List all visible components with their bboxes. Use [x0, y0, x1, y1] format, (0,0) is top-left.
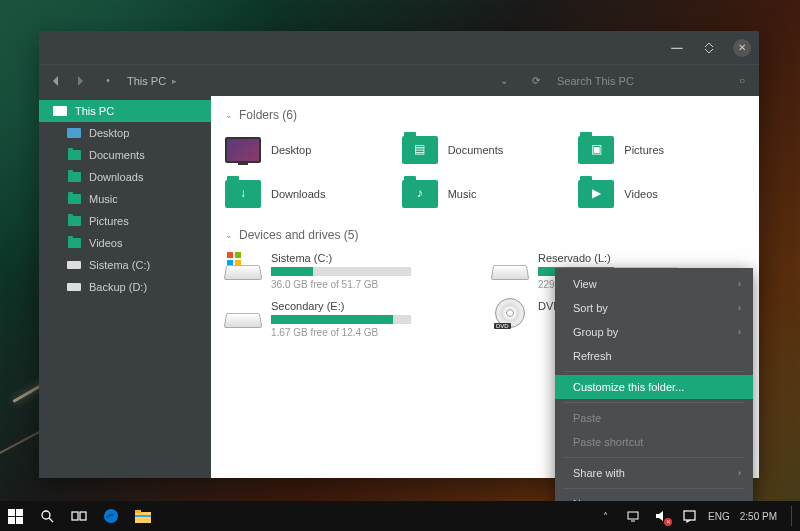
- ctx-customize-folder[interactable]: Customize this folder...: [555, 375, 753, 399]
- ctx-view[interactable]: View›: [555, 272, 753, 296]
- desktop-icon: [225, 137, 261, 163]
- svg-point-4: [104, 509, 118, 523]
- folder-videos[interactable]: ▶ Videos: [578, 176, 745, 212]
- chevron-right-icon: ›: [738, 468, 741, 478]
- folder-documents[interactable]: ▤ Documents: [402, 132, 569, 168]
- sidebar-item-music[interactable]: Music: [39, 188, 211, 210]
- chevron-right-icon: ›: [738, 279, 741, 289]
- sidebar-item-drive-c[interactable]: Sistema (C:): [39, 254, 211, 276]
- minimize-button[interactable]: ─: [669, 40, 685, 56]
- folder-downloads[interactable]: ↓ Downloads: [225, 176, 392, 212]
- ctx-paste-shortcut[interactable]: Paste shortcut: [555, 430, 753, 454]
- task-view-button[interactable]: [70, 507, 88, 525]
- folder-icon: [67, 194, 81, 204]
- chevron-right-icon: ›: [738, 327, 741, 337]
- chevron-down-icon: ⌄: [225, 110, 233, 120]
- desktop-icon: [67, 128, 81, 138]
- svg-line-1: [49, 518, 53, 522]
- forward-button[interactable]: [71, 72, 89, 90]
- show-desktop-button[interactable]: [791, 506, 794, 526]
- separator: [563, 457, 745, 458]
- folder-pictures[interactable]: ▣ Pictures: [578, 132, 745, 168]
- sidebar-item-this-pc[interactable]: This PC: [39, 100, 211, 122]
- drives-section-header[interactable]: ⌄ Devices and drives (5): [225, 228, 745, 242]
- sidebar-item-label: Sistema (C:): [89, 259, 150, 271]
- drive-icon: [67, 260, 81, 270]
- sidebar: This PC Desktop Documents Downloads Musi…: [39, 96, 211, 478]
- dvd-icon: DVD: [492, 300, 528, 328]
- drive-name: Reservado (L:): [538, 252, 745, 264]
- folder-label: Music: [448, 188, 477, 200]
- folder-label: Videos: [624, 188, 657, 200]
- maximize-button[interactable]: [701, 40, 717, 56]
- recent-dropdown[interactable]: •: [99, 72, 117, 90]
- dropdown-icon[interactable]: ⌄: [495, 72, 513, 90]
- section-title: Folders (6): [239, 108, 297, 122]
- separator: [563, 488, 745, 489]
- folder-icon: [67, 238, 81, 248]
- sidebar-item-label: Videos: [89, 237, 122, 249]
- chevron-right-icon: ›: [738, 303, 741, 313]
- drive-free-text: 36.0 GB free of 51.7 GB: [271, 279, 478, 290]
- back-button[interactable]: [47, 72, 65, 90]
- search-icon[interactable]: ○: [733, 72, 751, 90]
- language-indicator[interactable]: ENG: [708, 511, 730, 522]
- drive-usage-bar: [271, 267, 411, 276]
- sidebar-item-label: Pictures: [89, 215, 129, 227]
- sidebar-item-drive-d[interactable]: Backup (D:): [39, 276, 211, 298]
- sidebar-item-videos[interactable]: Videos: [39, 232, 211, 254]
- svg-rect-3: [80, 512, 86, 520]
- music-icon: ♪: [402, 180, 438, 208]
- drive-e[interactable]: Secondary (E:) 1.67 GB free of 12.4 GB: [225, 300, 478, 338]
- start-button[interactable]: [6, 507, 24, 525]
- edge-icon[interactable]: [102, 507, 120, 525]
- address-bar: • This PC ▸ ⌄ ⟳ Search This PC ○: [39, 64, 759, 96]
- sidebar-item-downloads[interactable]: Downloads: [39, 166, 211, 188]
- drive-name: Secondary (E:): [271, 300, 478, 312]
- network-icon[interactable]: [624, 507, 642, 525]
- drive-icon: [492, 252, 528, 280]
- folder-icon: [67, 172, 81, 182]
- volume-icon[interactable]: ✕: [652, 507, 670, 525]
- folder-icon: [67, 150, 81, 160]
- sidebar-item-desktop[interactable]: Desktop: [39, 122, 211, 144]
- notifications-icon[interactable]: [680, 507, 698, 525]
- ctx-sort-by[interactable]: Sort by›: [555, 296, 753, 320]
- drive-icon: [67, 282, 81, 292]
- chevron-down-icon: ⌄: [225, 230, 233, 240]
- folder-label: Desktop: [271, 144, 311, 156]
- monitor-icon: [53, 106, 67, 116]
- refresh-button[interactable]: ⟳: [527, 72, 545, 90]
- sidebar-item-documents[interactable]: Documents: [39, 144, 211, 166]
- drive-free-text: 1.67 GB free of 12.4 GB: [271, 327, 478, 338]
- folders-section-header[interactable]: ⌄ Folders (6): [225, 108, 745, 122]
- file-explorer-icon[interactable]: [134, 507, 152, 525]
- drive-name: Sistema (C:): [271, 252, 478, 264]
- folder-label: Downloads: [271, 188, 325, 200]
- context-menu: View› Sort by› Group by› Refresh Customi…: [555, 268, 753, 531]
- close-button[interactable]: ✕: [733, 39, 751, 57]
- breadcrumb-item[interactable]: This PC: [127, 75, 166, 87]
- pictures-icon: ▣: [578, 136, 614, 164]
- downloads-icon: ↓: [225, 180, 261, 208]
- breadcrumb[interactable]: This PC ▸: [127, 75, 177, 87]
- search-button[interactable]: [38, 507, 56, 525]
- documents-icon: ▤: [402, 136, 438, 164]
- ctx-group-by[interactable]: Group by›: [555, 320, 753, 344]
- sidebar-item-label: Music: [89, 193, 118, 205]
- tray-chevron-icon[interactable]: ˄: [596, 507, 614, 525]
- ctx-refresh[interactable]: Refresh: [555, 344, 753, 368]
- folder-label: Pictures: [624, 144, 664, 156]
- clock[interactable]: 2:50 PM: [740, 511, 777, 522]
- folder-desktop[interactable]: Desktop: [225, 132, 392, 168]
- drive-c[interactable]: Sistema (C:) 36.0 GB free of 51.7 GB: [225, 252, 478, 290]
- sidebar-item-label: Backup (D:): [89, 281, 147, 293]
- ctx-paste[interactable]: Paste: [555, 406, 753, 430]
- search-input[interactable]: Search This PC: [557, 75, 717, 87]
- title-bar[interactable]: ─ ✕: [39, 31, 759, 64]
- ctx-share-with[interactable]: Share with›: [555, 461, 753, 485]
- sidebar-item-pictures[interactable]: Pictures: [39, 210, 211, 232]
- folder-music[interactable]: ♪ Music: [402, 176, 569, 212]
- svg-rect-6: [135, 510, 141, 513]
- svg-point-0: [42, 511, 50, 519]
